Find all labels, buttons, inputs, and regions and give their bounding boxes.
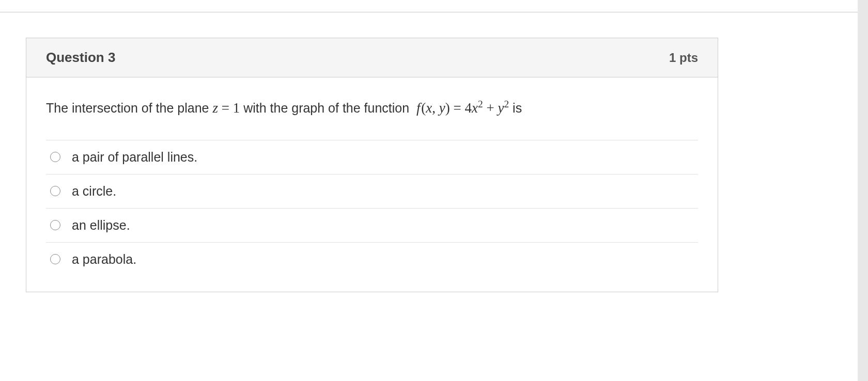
- top-divider: [0, 12, 868, 12]
- answer-label: a circle.: [72, 184, 116, 199]
- answer-option[interactable]: an ellipse.: [46, 208, 698, 242]
- right-sidebar: [858, 0, 868, 381]
- question-card: Question 3 1 pts The intersection of the…: [26, 38, 718, 292]
- question-points: 1 pts: [669, 51, 698, 65]
- question-header: Question 3 1 pts: [26, 38, 718, 77]
- question-title: Question 3: [46, 50, 115, 66]
- math-plane: z = 1: [212, 100, 240, 116]
- answer-option[interactable]: a pair of parallel lines.: [46, 140, 698, 174]
- radio-icon: [50, 254, 60, 264]
- question-body: The intersection of the plane z = 1 with…: [26, 77, 718, 292]
- prompt-text-pre: The intersection of the plane: [46, 101, 212, 115]
- math-function: f (x, y) = 4x2 + y2: [416, 100, 509, 116]
- answer-label: a parabola.: [72, 252, 136, 267]
- radio-icon: [50, 220, 60, 230]
- prompt-text-mid: with the graph of the function: [240, 101, 413, 115]
- radio-icon: [50, 152, 60, 162]
- prompt-text-post: is: [509, 101, 522, 115]
- question-prompt: The intersection of the plane z = 1 with…: [46, 97, 698, 118]
- answer-label: a pair of parallel lines.: [72, 150, 197, 165]
- answer-option[interactable]: a circle.: [46, 174, 698, 208]
- radio-icon: [50, 186, 60, 196]
- answer-label: an ellipse.: [72, 218, 130, 233]
- answer-option[interactable]: a parabola.: [46, 242, 698, 276]
